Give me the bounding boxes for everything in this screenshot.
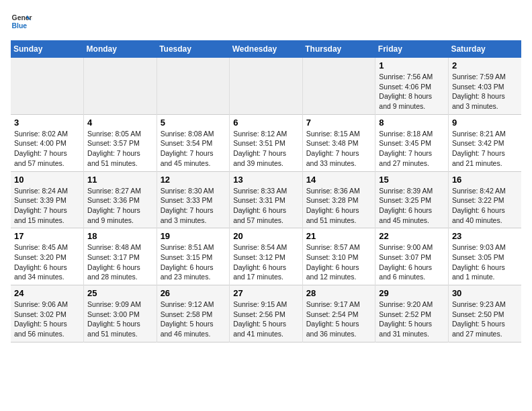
day-number: 9 <box>452 118 518 128</box>
day-info: Sunrise: 9:17 AM Sunset: 2:54 PM Dayligh… <box>306 300 372 339</box>
calendar-week-5: 24Sunrise: 9:06 AM Sunset: 3:02 PM Dayli… <box>11 285 521 342</box>
calendar-week-3: 10Sunrise: 8:24 AM Sunset: 3:39 PM Dayli… <box>11 171 521 228</box>
weekday-sunday: Sunday <box>11 40 84 58</box>
calendar-cell: 27Sunrise: 9:15 AM Sunset: 2:56 PM Dayli… <box>230 285 303 342</box>
day-number: 12 <box>161 175 226 185</box>
calendar-cell: 17Sunrise: 8:45 AM Sunset: 3:20 PM Dayli… <box>11 228 84 285</box>
day-number: 10 <box>14 175 80 185</box>
day-info: Sunrise: 9:15 AM Sunset: 2:56 PM Dayligh… <box>233 300 299 339</box>
calendar-cell: 16Sunrise: 8:42 AM Sunset: 3:22 PM Dayli… <box>448 171 521 228</box>
calendar-cell: 13Sunrise: 8:33 AM Sunset: 3:31 PM Dayli… <box>230 171 303 228</box>
calendar-cell: 8Sunrise: 8:18 AM Sunset: 3:45 PM Daylig… <box>375 114 449 171</box>
weekday-tuesday: Tuesday <box>157 40 230 58</box>
calendar-cell: 10Sunrise: 8:24 AM Sunset: 3:39 PM Dayli… <box>11 171 84 228</box>
calendar-cell: 12Sunrise: 8:30 AM Sunset: 3:33 PM Dayli… <box>157 171 230 228</box>
day-info: Sunrise: 9:09 AM Sunset: 3:00 PM Dayligh… <box>87 300 153 339</box>
calendar-cell: 25Sunrise: 9:09 AM Sunset: 3:00 PM Dayli… <box>84 285 157 342</box>
day-number: 22 <box>379 231 445 241</box>
day-number: 18 <box>87 231 153 241</box>
calendar-table: SundayMondayTuesdayWednesdayThursdayFrid… <box>11 40 521 342</box>
day-number: 24 <box>14 288 80 298</box>
calendar-cell: 5Sunrise: 8:08 AM Sunset: 3:54 PM Daylig… <box>157 114 230 171</box>
calendar-cell: 3Sunrise: 8:02 AM Sunset: 4:00 PM Daylig… <box>11 114 84 171</box>
day-number: 21 <box>306 231 372 241</box>
header: General Blue <box>11 11 521 32</box>
day-info: Sunrise: 8:12 AM Sunset: 3:51 PM Dayligh… <box>233 129 299 169</box>
calendar-cell: 30Sunrise: 9:23 AM Sunset: 2:50 PM Dayli… <box>448 285 521 342</box>
day-info: Sunrise: 9:20 AM Sunset: 2:52 PM Dayligh… <box>379 300 445 339</box>
calendar-week-1: 1Sunrise: 7:56 AM Sunset: 4:06 PM Daylig… <box>11 58 521 114</box>
calendar-cell: 24Sunrise: 9:06 AM Sunset: 3:02 PM Dayli… <box>11 285 84 342</box>
day-info: Sunrise: 8:21 AM Sunset: 3:42 PM Dayligh… <box>452 129 518 169</box>
calendar-cell: 4Sunrise: 8:05 AM Sunset: 3:57 PM Daylig… <box>84 114 157 171</box>
day-number: 3 <box>14 118 80 128</box>
calendar-cell <box>230 58 303 114</box>
day-info: Sunrise: 9:06 AM Sunset: 3:02 PM Dayligh… <box>14 300 80 339</box>
day-number: 17 <box>14 231 80 241</box>
day-number: 23 <box>452 231 518 241</box>
calendar-cell: 20Sunrise: 8:54 AM Sunset: 3:12 PM Dayli… <box>230 228 303 285</box>
day-info: Sunrise: 7:56 AM Sunset: 4:06 PM Dayligh… <box>379 72 445 111</box>
day-number: 11 <box>87 175 153 185</box>
day-info: Sunrise: 8:48 AM Sunset: 3:17 PM Dayligh… <box>87 242 153 282</box>
logo-icon: General Blue <box>11 11 32 32</box>
calendar-cell: 28Sunrise: 9:17 AM Sunset: 2:54 PM Dayli… <box>302 285 375 342</box>
day-info: Sunrise: 8:54 AM Sunset: 3:12 PM Dayligh… <box>233 242 299 282</box>
day-number: 14 <box>306 175 372 185</box>
day-info: Sunrise: 8:15 AM Sunset: 3:48 PM Dayligh… <box>306 129 372 169</box>
day-info: Sunrise: 8:18 AM Sunset: 3:45 PM Dayligh… <box>379 129 445 169</box>
calendar-cell: 29Sunrise: 9:20 AM Sunset: 2:52 PM Dayli… <box>375 285 449 342</box>
weekday-thursday: Thursday <box>302 40 375 58</box>
day-info: Sunrise: 8:39 AM Sunset: 3:25 PM Dayligh… <box>379 186 445 226</box>
day-number: 2 <box>452 60 518 71</box>
calendar-cell: 14Sunrise: 8:36 AM Sunset: 3:28 PM Dayli… <box>302 171 375 228</box>
svg-text:Blue: Blue <box>12 22 28 30</box>
calendar-cell: 1Sunrise: 7:56 AM Sunset: 4:06 PM Daylig… <box>375 58 449 114</box>
calendar-cell: 18Sunrise: 8:48 AM Sunset: 3:17 PM Dayli… <box>84 228 157 285</box>
day-number: 8 <box>379 118 445 128</box>
calendar-cell: 26Sunrise: 9:12 AM Sunset: 2:58 PM Dayli… <box>157 285 230 342</box>
calendar-cell: 21Sunrise: 8:57 AM Sunset: 3:10 PM Dayli… <box>302 228 375 285</box>
calendar-cell: 19Sunrise: 8:51 AM Sunset: 3:15 PM Dayli… <box>157 228 230 285</box>
day-info: Sunrise: 9:03 AM Sunset: 3:05 PM Dayligh… <box>452 242 518 282</box>
day-info: Sunrise: 9:23 AM Sunset: 2:50 PM Dayligh… <box>452 300 518 339</box>
calendar-week-2: 3Sunrise: 8:02 AM Sunset: 4:00 PM Daylig… <box>11 114 521 171</box>
weekday-wednesday: Wednesday <box>230 40 303 58</box>
calendar-cell <box>157 58 230 114</box>
weekday-monday: Monday <box>84 40 157 58</box>
day-info: Sunrise: 9:12 AM Sunset: 2:58 PM Dayligh… <box>161 300 226 339</box>
day-number: 4 <box>87 118 153 128</box>
day-number: 29 <box>379 288 445 298</box>
day-info: Sunrise: 7:59 AM Sunset: 4:03 PM Dayligh… <box>452 72 518 111</box>
day-info: Sunrise: 8:51 AM Sunset: 3:15 PM Dayligh… <box>161 242 226 282</box>
weekday-saturday: Saturday <box>448 40 521 58</box>
day-number: 30 <box>452 288 518 298</box>
calendar-week-4: 17Sunrise: 8:45 AM Sunset: 3:20 PM Dayli… <box>11 228 521 285</box>
day-number: 28 <box>306 288 372 298</box>
day-info: Sunrise: 8:36 AM Sunset: 3:28 PM Dayligh… <box>306 186 372 226</box>
day-number: 15 <box>379 175 445 185</box>
calendar-cell: 2Sunrise: 7:59 AM Sunset: 4:03 PM Daylig… <box>448 58 521 114</box>
day-info: Sunrise: 8:30 AM Sunset: 3:33 PM Dayligh… <box>161 186 226 226</box>
day-number: 7 <box>306 118 372 128</box>
day-info: Sunrise: 8:24 AM Sunset: 3:39 PM Dayligh… <box>14 186 80 226</box>
day-number: 19 <box>161 231 226 241</box>
calendar-cell: 15Sunrise: 8:39 AM Sunset: 3:25 PM Dayli… <box>375 171 449 228</box>
day-info: Sunrise: 8:42 AM Sunset: 3:22 PM Dayligh… <box>452 186 518 226</box>
day-number: 13 <box>233 175 299 185</box>
calendar-cell: 22Sunrise: 9:00 AM Sunset: 3:07 PM Dayli… <box>375 228 449 285</box>
calendar-cell: 9Sunrise: 8:21 AM Sunset: 3:42 PM Daylig… <box>448 114 521 171</box>
day-info: Sunrise: 9:00 AM Sunset: 3:07 PM Dayligh… <box>379 242 445 282</box>
calendar-cell: 23Sunrise: 9:03 AM Sunset: 3:05 PM Dayli… <box>448 228 521 285</box>
calendar-cell <box>84 58 157 114</box>
logo: General Blue <box>11 11 32 32</box>
day-number: 27 <box>233 288 299 298</box>
calendar-cell: 6Sunrise: 8:12 AM Sunset: 3:51 PM Daylig… <box>230 114 303 171</box>
day-number: 1 <box>379 60 445 71</box>
calendar-cell: 7Sunrise: 8:15 AM Sunset: 3:48 PM Daylig… <box>302 114 375 171</box>
day-info: Sunrise: 8:27 AM Sunset: 3:36 PM Dayligh… <box>87 186 153 226</box>
day-info: Sunrise: 8:08 AM Sunset: 3:54 PM Dayligh… <box>161 129 226 169</box>
day-number: 16 <box>452 175 518 185</box>
weekday-friday: Friday <box>375 40 449 58</box>
calendar-cell <box>302 58 375 114</box>
